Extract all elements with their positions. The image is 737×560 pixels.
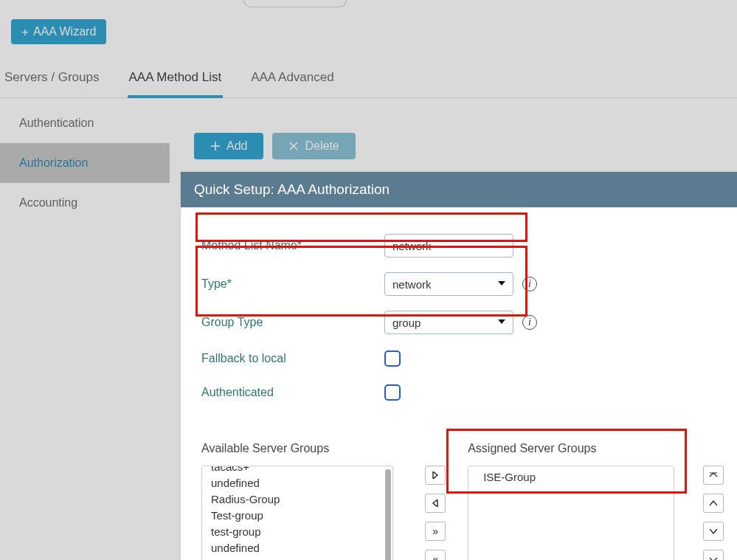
plus-icon (210, 141, 221, 151)
chevron-right-icon (432, 471, 439, 479)
available-groups-label: Available Server Groups (201, 442, 404, 455)
plus-icon: + (21, 26, 29, 38)
add-button[interactable]: Add (194, 133, 263, 159)
info-icon[interactable]: i (522, 277, 537, 291)
method-list-name-input[interactable] (384, 234, 513, 257)
add-button-label: Add (226, 139, 247, 153)
chevron-left-icon (432, 499, 439, 507)
info-icon[interactable]: i (522, 315, 537, 330)
toolbar: Add Delete (194, 133, 356, 159)
list-item[interactable]: undefined (211, 540, 385, 556)
double-chevron-left-icon: « (432, 553, 438, 560)
panel-body: Method List Name* Type* network i (181, 207, 737, 409)
group-type-label: Group Type (201, 316, 384, 329)
move-left-button[interactable] (425, 494, 446, 513)
list-item[interactable]: Radius-Group (211, 491, 385, 508)
assigned-groups-label: Assigned Server Groups (468, 442, 685, 455)
main-tab-bar: Servers / Groups AAA Method List AAA Adv… (0, 63, 737, 98)
move-up-button[interactable] (703, 494, 724, 513)
move-top-button[interactable] (703, 466, 724, 485)
list-item[interactable]: tacacs+ (211, 466, 385, 475)
move-down-button[interactable] (703, 522, 724, 541)
side-nav-authentication[interactable]: Authentication (0, 103, 170, 143)
panel-title: Quick Setup: AAA Authorization (181, 172, 737, 207)
delete-button[interactable]: Delete (272, 133, 355, 159)
method-list-name-label: Method List Name* (201, 239, 384, 252)
chevron-bottom-icon (709, 555, 718, 560)
server-groups-dual-list: Available Server Groups tacacs+undefined… (201, 442, 724, 560)
move-right-button[interactable] (425, 466, 446, 485)
close-icon (288, 141, 299, 151)
fallback-label: Fallback to local (201, 352, 384, 365)
aaa-wizard-label: AAA Wizard (33, 25, 96, 38)
aaa-wizard-button[interactable]: + AAA Wizard (11, 19, 106, 44)
side-nav-authorization[interactable]: Authorization (0, 143, 170, 183)
scrollbar-thumb[interactable] (385, 469, 391, 560)
top-panel-fragment (243, 0, 347, 7)
list-item[interactable]: undefined (211, 475, 385, 491)
authenticated-label: Authenticated (201, 386, 384, 399)
list-item[interactable]: test-group (211, 524, 385, 540)
side-nav: Authentication Authorization Accounting (0, 103, 170, 223)
chevron-down-icon (710, 528, 717, 535)
move-all-right-button[interactable]: » (425, 522, 446, 541)
quick-setup-panel: Quick Setup: AAA Authorization Method Li… (181, 172, 737, 560)
available-groups-listbox[interactable]: tacacs+undefinedRadius-GroupTest-groupte… (201, 466, 393, 560)
assigned-groups-listbox[interactable]: ISE-Group (468, 466, 674, 560)
side-nav-accounting[interactable]: Accounting (0, 183, 170, 223)
authenticated-checkbox[interactable] (384, 384, 401, 401)
tab-aaa-method-list[interactable]: AAA Method List (128, 63, 224, 98)
move-bottom-button[interactable] (703, 550, 724, 560)
group-type-select[interactable]: group (384, 311, 513, 334)
delete-button-label: Delete (305, 139, 339, 153)
move-all-left-button[interactable]: « (425, 550, 446, 560)
type-label: Type* (201, 277, 384, 291)
type-select[interactable]: network (384, 272, 513, 296)
chevron-up-icon (710, 499, 717, 507)
tab-servers-groups[interactable]: Servers / Groups (3, 63, 101, 97)
list-item[interactable]: Test-group (211, 508, 385, 524)
double-chevron-right-icon: » (432, 525, 438, 537)
fallback-checkbox[interactable] (384, 350, 401, 367)
list-item[interactable]: tacacs1 (211, 556, 385, 560)
list-item[interactable]: ISE-Group (477, 469, 666, 485)
tab-aaa-advanced[interactable]: AAA Advanced (249, 63, 335, 97)
chevron-top-icon (709, 471, 718, 480)
